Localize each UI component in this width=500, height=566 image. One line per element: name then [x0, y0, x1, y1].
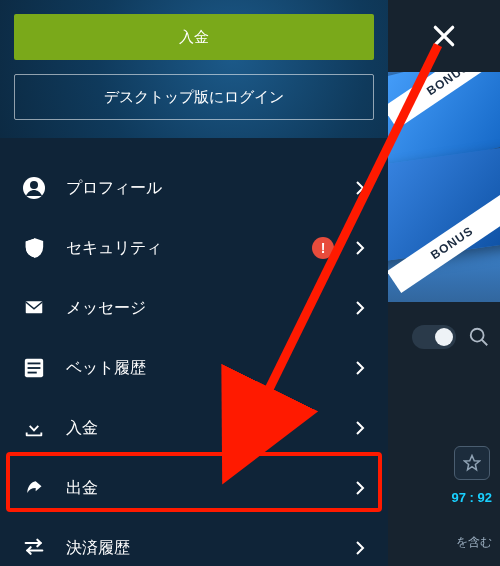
- close-button[interactable]: [388, 0, 500, 72]
- toggle[interactable]: [412, 325, 456, 349]
- deposit-button[interactable]: 入金: [14, 14, 374, 60]
- menu-item-label: プロフィール: [66, 178, 356, 199]
- svg-line-1: [482, 340, 488, 346]
- svg-point-4: [30, 181, 38, 189]
- hint-text: を含む: [388, 534, 500, 551]
- search-icon[interactable]: [468, 326, 490, 348]
- drawer-header: 入金 デスクトップ版にログイン: [0, 0, 388, 138]
- score-text: 97 : 92: [452, 490, 492, 505]
- chevron-right-icon: [356, 541, 366, 555]
- svg-rect-5: [26, 301, 43, 313]
- share-icon: [22, 476, 46, 500]
- menu-item-security[interactable]: セキュリティ !: [0, 218, 388, 278]
- menu-item-label: ベット履歴: [66, 358, 356, 379]
- mail-icon: [22, 296, 46, 320]
- favorite-button[interactable]: [454, 446, 490, 480]
- side-drawer: 入金 デスクトップ版にログイン プロフィール セキュリティ !: [0, 0, 388, 566]
- chevron-right-icon: [356, 181, 366, 195]
- transfer-icon: [22, 536, 46, 560]
- chevron-right-icon: [356, 301, 366, 315]
- menu-item-messages[interactable]: メッセージ: [0, 278, 388, 338]
- menu-item-label: 決済履歴: [66, 538, 356, 559]
- svg-marker-2: [465, 456, 480, 470]
- menu-item-bet-history[interactable]: ベット履歴: [0, 338, 388, 398]
- drawer-menu: プロフィール セキュリティ ! メッセージ: [0, 138, 388, 566]
- menu-item-label: 出金: [66, 478, 356, 499]
- svg-rect-9: [28, 372, 37, 374]
- list-icon: [22, 356, 46, 380]
- desktop-login-button[interactable]: デスクトップ版にログイン: [14, 74, 374, 120]
- menu-item-payment-history[interactable]: 決済履歴: [0, 518, 388, 566]
- menu-item-profile[interactable]: プロフィール: [0, 158, 388, 218]
- menu-item-deposit[interactable]: 入金: [0, 398, 388, 458]
- chevron-right-icon: [356, 481, 366, 495]
- chevron-right-icon: [356, 241, 366, 255]
- chevron-right-icon: [356, 361, 366, 375]
- menu-item-label: メッセージ: [66, 298, 356, 319]
- menu-item-withdraw[interactable]: 出金: [0, 458, 388, 518]
- alert-badge: !: [312, 237, 334, 259]
- close-icon: [431, 23, 457, 49]
- svg-rect-7: [28, 363, 41, 365]
- shield-icon: [22, 236, 46, 260]
- download-icon: [22, 416, 46, 440]
- svg-rect-8: [28, 367, 41, 369]
- chevron-right-icon: [356, 421, 366, 435]
- svg-point-0: [471, 329, 484, 342]
- background-app: BONUS BONUS 97 : 92 を含む: [388, 0, 500, 566]
- person-icon: [22, 176, 46, 200]
- menu-item-label: 入金: [66, 418, 356, 439]
